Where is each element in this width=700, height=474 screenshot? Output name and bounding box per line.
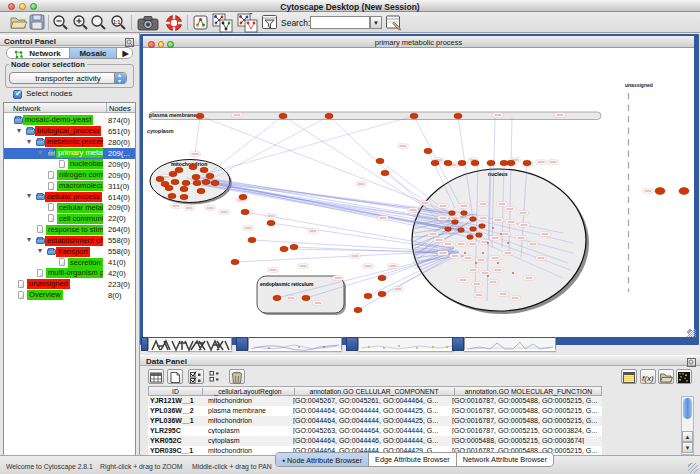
svg-text:1:1: 1:1 <box>113 19 120 25</box>
svg-text:endoplasmic reticulum: endoplasmic reticulum <box>260 282 314 287</box>
svg-text:plasma membrane: plasma membrane <box>149 112 196 118</box>
svg-text:cytoplasm: cytoplasm <box>147 127 174 133</box>
svg-text:unassigned: unassigned <box>625 81 653 87</box>
